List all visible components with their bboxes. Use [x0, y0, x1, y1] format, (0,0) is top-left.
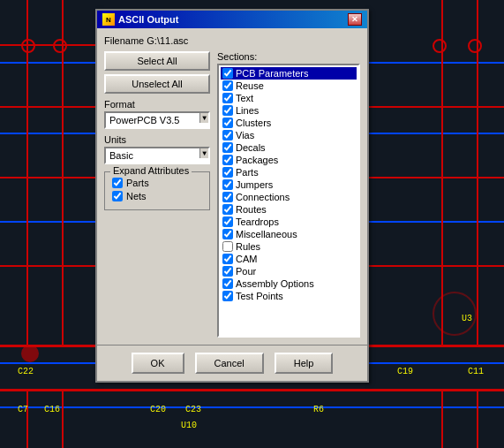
section-item: Decals [221, 141, 357, 154]
section-label: Assembly Options [236, 278, 314, 289]
section-item: Assembly Options [221, 277, 357, 290]
section-checkbox-pcb-parameters[interactable] [222, 68, 233, 79]
title-bar: N ASCII Output ✕ [97, 11, 367, 28]
section-label: Test Points [236, 291, 283, 301]
units-dropdown[interactable]: Basic Metric English [104, 147, 210, 164]
help-button[interactable]: Help [275, 353, 334, 374]
section-item: Text [221, 92, 357, 104]
section-label: Reuse [236, 80, 264, 91]
format-label: Format [104, 99, 210, 110]
section-checkbox-rules[interactable] [222, 241, 233, 252]
section-label: Decals [236, 142, 266, 153]
section-checkbox-decals[interactable] [222, 142, 233, 153]
cancel-button[interactable]: Cancel [195, 353, 264, 374]
unselect-all-button[interactable]: Unselect All [104, 74, 210, 94]
dialog-title: ASCII Output [118, 14, 178, 25]
nets-checkbox-label: Nets [126, 191, 147, 201]
section-checkbox-routes[interactable] [222, 204, 233, 215]
section-label: Lines [236, 105, 259, 116]
pcb-label-c23: C23 [185, 405, 201, 414]
pcb-label-c22: C22 [18, 367, 34, 376]
section-item: Rules [221, 240, 357, 253]
pcb-label-c19: C19 [397, 367, 413, 376]
section-checkbox-text[interactable] [222, 93, 233, 103]
parts-checkbox-row: Parts [112, 178, 202, 188]
section-item: Packages [221, 154, 357, 166]
close-button[interactable]: ✕ [348, 13, 362, 26]
section-checkbox-clusters[interactable] [222, 118, 233, 128]
section-label: Connections [236, 192, 290, 202]
nets-checkbox-row: Nets [112, 191, 202, 201]
section-item: Lines [221, 104, 357, 117]
section-checkbox-jumpers[interactable] [222, 179, 233, 190]
section-item: Routes [221, 203, 357, 216]
section-checkbox-reuse[interactable] [222, 80, 233, 91]
title-bar-left: N ASCII Output [102, 13, 178, 26]
section-label: Parts [236, 167, 259, 178]
ascii-output-dialog: N ASCII Output ✕ Filename G:\11.asc Sele… [95, 9, 369, 383]
section-label: Miscellaneous [236, 229, 297, 239]
section-item: Vias [221, 129, 357, 141]
section-checkbox-cam[interactable] [222, 254, 233, 264]
ok-button[interactable]: OK [132, 353, 184, 374]
section-item: Pour [221, 265, 357, 277]
section-label: Pour [236, 266, 256, 277]
two-col-layout: Select All Unselect All Format PowerPCB … [104, 51, 360, 338]
app-icon: N [102, 13, 115, 26]
pcb-label-c16: C16 [44, 405, 60, 414]
section-item: Reuse [221, 80, 357, 92]
section-item: Jumpers [221, 178, 357, 191]
section-checkbox-miscellaneous[interactable] [222, 229, 233, 239]
section-label: Packages [236, 155, 278, 165]
section-item: CAM [221, 253, 357, 265]
section-item: PCB Parameters [221, 67, 357, 80]
section-checkbox-test-points[interactable] [222, 291, 233, 301]
section-label: Rules [236, 241, 260, 252]
section-checkbox-vias[interactable] [222, 130, 233, 140]
section-checkbox-packages[interactable] [222, 155, 233, 165]
section-checkbox-connections[interactable] [222, 192, 233, 202]
expand-attributes-group: Expand Attributes Parts Nets [104, 171, 210, 210]
section-item: Connections [221, 191, 357, 203]
pcb-label-c7: C7 [18, 405, 28, 414]
section-checkbox-teardrops[interactable] [222, 216, 233, 227]
section-checkbox-lines[interactable] [222, 105, 233, 116]
section-label: Vias [236, 130, 254, 140]
dialog-body: Filename G:\11.asc Select All Unselect A… [97, 28, 367, 345]
section-label: Routes [236, 204, 267, 215]
select-all-button[interactable]: Select All [104, 51, 210, 71]
nets-checkbox[interactable] [112, 191, 123, 201]
units-label: Units [104, 134, 210, 145]
section-label: Jumpers [236, 179, 273, 190]
section-label: Clusters [236, 118, 271, 128]
filename-label: Filename G:\11.asc [104, 35, 360, 46]
parts-checkbox-label: Parts [126, 178, 149, 188]
units-dropdown-wrap: Basic Metric English [104, 147, 210, 164]
parts-checkbox[interactable] [112, 178, 123, 188]
dialog-footer: OK Cancel Help [97, 345, 367, 381]
section-checkbox-pour[interactable] [222, 266, 233, 277]
section-item: Test Points [221, 290, 357, 302]
expand-attributes-label: Expand Attributes [110, 165, 192, 176]
pcb-label-c20: C20 [150, 405, 166, 414]
section-label: CAM [236, 254, 257, 264]
pcb-label-u10: U10 [181, 421, 197, 430]
section-item: Miscellaneous [221, 228, 357, 240]
section-checkbox-parts[interactable] [222, 167, 233, 178]
right-column: Sections: PCB ParametersReuseTextLinesCl… [217, 51, 360, 338]
pcb-label-u3: U3 [462, 314, 472, 323]
section-checkbox-assembly-options[interactable] [222, 278, 233, 289]
section-item: Parts [221, 166, 357, 178]
section-label: Text [236, 93, 253, 103]
section-label: Teardrops [236, 216, 279, 227]
left-column: Select All Unselect All Format PowerPCB … [104, 51, 210, 338]
format-dropdown[interactable]: PowerPCB V3.5 PowerPCB V2.0 PADS 2000 [104, 111, 210, 129]
sections-list[interactable]: PCB ParametersReuseTextLinesClustersVias… [217, 64, 360, 338]
pcb-label-r6: R6 [313, 405, 324, 414]
section-label: PCB Parameters [236, 68, 309, 79]
section-item: Teardrops [221, 216, 357, 228]
sections-label: Sections: [217, 51, 360, 62]
section-item: Clusters [221, 117, 357, 129]
pcb-label-c11: C11 [468, 367, 484, 376]
format-dropdown-wrap: PowerPCB V3.5 PowerPCB V2.0 PADS 2000 [104, 111, 210, 129]
